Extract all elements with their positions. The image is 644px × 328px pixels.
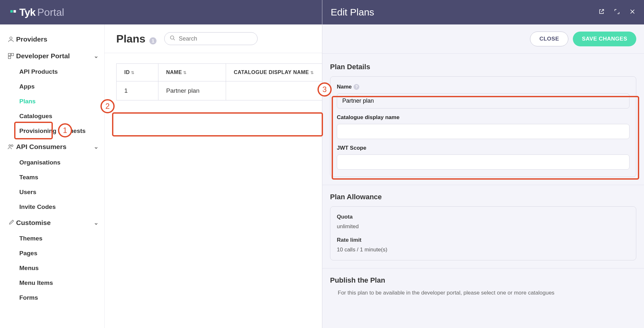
help-icon[interactable]: ?	[354, 84, 359, 90]
catalogue-display-name-input[interactable]	[337, 124, 630, 139]
external-link-icon[interactable]	[598, 8, 605, 16]
search-input[interactable]	[179, 35, 253, 42]
sidebar-item-forms[interactable]: Forms	[0, 290, 104, 305]
plan-allowance-panel: Quota unlimited Rate limit 10 calls / 1 …	[330, 206, 636, 260]
sort-icon: ⇅	[131, 70, 135, 75]
sidebar-item-plans[interactable]: Plans	[0, 94, 104, 109]
sidebar-item-catalogues[interactable]: Catalogues	[0, 109, 104, 124]
rate-limit-label: Rate limit	[337, 237, 630, 243]
page-title: Plans	[116, 33, 146, 45]
sidebar-item-invite-codes[interactable]: Invite Codes	[0, 200, 104, 214]
sidebar-item-apps[interactable]: Apps	[0, 79, 104, 94]
label-catalogue-display-name: Catalogue display name	[337, 114, 630, 121]
logo-text: Tyk	[19, 6, 35, 18]
sidebar-item-menu-items[interactable]: Menu Items	[0, 276, 104, 290]
sidebar-item-themes[interactable]: Themes	[0, 231, 104, 246]
brush-icon	[6, 219, 16, 226]
cell-id: 1	[117, 81, 158, 100]
nav-api-consumers[interactable]: API Consumers ⌄	[0, 138, 104, 155]
search-icon	[170, 35, 175, 42]
label-name: Name ?	[337, 84, 630, 90]
nav-developer-portal[interactable]: Developer Portal ⌄	[0, 48, 104, 64]
sort-icon: ⇅	[183, 70, 187, 75]
section-publish-plan: Publish the Plan	[330, 276, 636, 285]
svg-point-8	[170, 36, 174, 39]
nav-label: Developer Portal	[16, 52, 70, 60]
page-title-wrap: Plans 1	[116, 33, 156, 45]
label-jwt-scope: JWT Scope	[337, 145, 630, 151]
plan-details-panel: Name ? Catalogue display name JWT Scope	[330, 76, 636, 177]
plans-table: ID⇅ NAME⇅ CATALOGUE DISPLAY NAME⇅ 1 Part…	[116, 63, 329, 100]
svg-line-9	[174, 39, 175, 40]
user-icon	[6, 36, 16, 43]
svg-rect-1	[14, 10, 16, 13]
nav-providers[interactable]: Providers	[0, 31, 104, 48]
rate-limit-value: 10 calls / 1 minute(s)	[337, 247, 630, 253]
section-plan-details: Plan Details	[330, 63, 636, 71]
jwt-scope-input[interactable]	[337, 155, 630, 170]
name-input[interactable]	[337, 93, 630, 108]
users-icon	[6, 143, 16, 150]
drawer-title: Edit Plans	[331, 7, 374, 18]
sort-icon: ⇅	[310, 70, 314, 75]
search-box[interactable]	[164, 32, 258, 45]
sidebar-item-api-products[interactable]: API Products	[0, 64, 104, 79]
close-button[interactable]: CLOSE	[530, 32, 568, 46]
quota-label: Quota	[337, 214, 630, 220]
svg-rect-0	[10, 10, 13, 13]
svg-rect-5	[8, 56, 11, 59]
sidebar-item-users[interactable]: Users	[0, 185, 104, 200]
nav-customise[interactable]: Customise ⌄	[0, 214, 104, 231]
sidebar-item-organisations[interactable]: Organisations	[0, 155, 104, 170]
close-icon[interactable]	[629, 8, 636, 16]
count-badge: 1	[149, 37, 156, 44]
section-plan-allowance: Plan Allowance	[330, 193, 636, 201]
cell-catalogue	[226, 81, 329, 100]
grid-icon	[6, 52, 16, 60]
chevron-down-icon: ⌄	[94, 52, 99, 60]
publish-description: For this plan to be available in the dev…	[338, 290, 636, 296]
svg-point-6	[9, 145, 11, 147]
chevron-down-icon: ⌄	[94, 143, 99, 150]
table-row[interactable]: 1 Partner plan	[117, 81, 329, 100]
sidebar-item-menus[interactable]: Menus	[0, 261, 104, 276]
svg-rect-3	[8, 53, 11, 56]
logo-subtitle: Portal	[37, 6, 64, 18]
quota-value: unlimited	[337, 223, 630, 230]
sidebar-item-teams[interactable]: Teams	[0, 170, 104, 185]
th-catalogue[interactable]: CATALOGUE DISPLAY NAME⇅	[226, 64, 329, 81]
logo: Tyk Portal	[10, 6, 64, 18]
svg-point-7	[11, 145, 13, 147]
save-changes-button[interactable]: SAVE CHANGES	[573, 32, 636, 46]
svg-rect-4	[11, 53, 14, 56]
chevron-down-icon: ⌄	[94, 219, 99, 226]
expand-icon[interactable]	[614, 8, 620, 16]
edit-plan-drawer: Edit Plans CLOSE SAVE CHANGES Plan Detai…	[322, 0, 644, 328]
nav-label: Providers	[16, 35, 47, 43]
nav-label: Customise	[16, 219, 51, 227]
nav-label: API Consumers	[16, 143, 66, 151]
logo-mark-icon	[10, 8, 18, 16]
th-id[interactable]: ID⇅	[117, 64, 158, 81]
th-name[interactable]: NAME⇅	[158, 64, 226, 81]
cell-name: Partner plan	[158, 81, 226, 100]
sidebar-item-pages[interactable]: Pages	[0, 246, 104, 261]
sidebar-item-provisioning[interactable]: Provisioning Requests	[0, 124, 104, 138]
svg-point-2	[10, 37, 12, 39]
sidebar: Providers Developer Portal ⌄ API Product…	[0, 24, 105, 328]
